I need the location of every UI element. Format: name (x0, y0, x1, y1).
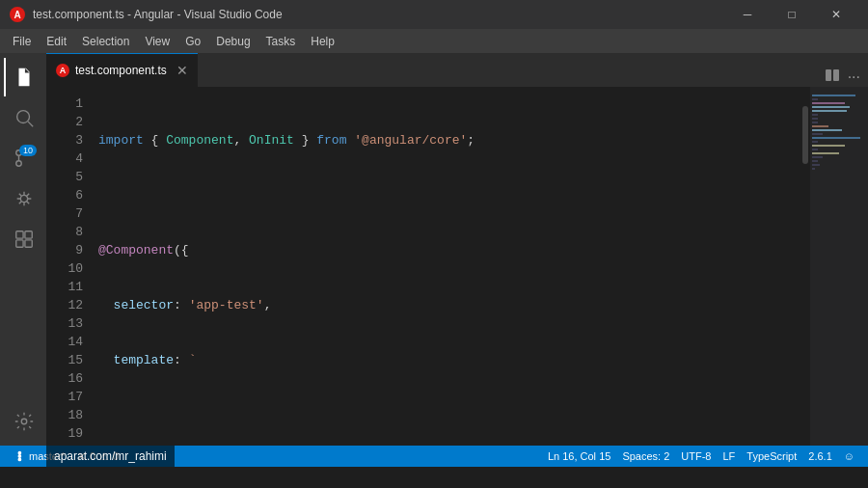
tab-label: test.component.ts (75, 64, 167, 77)
scrollbar[interactable] (797, 87, 810, 446)
minimap (810, 87, 868, 446)
activity-settings-icon[interactable] (4, 402, 42, 441)
status-spaces[interactable]: Spaces: 2 (616, 450, 675, 462)
menu-view[interactable]: View (137, 33, 177, 50)
menu-help[interactable]: Help (303, 33, 342, 50)
title-bar-left: A test.component.ts - Angular - Visual S… (10, 7, 283, 22)
activity-source-control-icon[interactable]: 10 (4, 139, 42, 177)
eol-text: LF (722, 450, 735, 462)
close-button[interactable]: ✕ (814, 0, 858, 29)
status-right: Ln 16, Col 15 Spaces: 2 UTF-8 LF TypeScr… (542, 450, 860, 462)
split-editor-button[interactable] (825, 68, 840, 87)
activity-files-icon[interactable] (4, 58, 42, 96)
svg-line-2 (28, 122, 33, 126)
activity-bar-bottom (4, 402, 42, 446)
app-icon: A (10, 7, 25, 22)
tab-close-button[interactable]: ✕ (176, 63, 188, 78)
svg-point-11 (21, 419, 27, 424)
svg-rect-13 (833, 69, 839, 81)
line-numbers: 1 2 3 4 5 6 7 8 9 10 11 12 13 14 15 16 1… (46, 87, 95, 446)
maximize-button[interactable]: □ (770, 0, 814, 29)
title-bar-controls: ─ □ ✕ (725, 0, 858, 29)
svg-point-6 (20, 195, 27, 202)
activity-debug-icon[interactable] (4, 179, 42, 218)
tab-test-component[interactable]: A test.component.ts ✕ (46, 53, 198, 87)
menu-debug[interactable]: Debug (208, 33, 258, 50)
title-bar: A test.component.ts - Angular - Visual S… (0, 0, 868, 29)
menu-tasks[interactable]: Tasks (258, 33, 304, 50)
status-smiley[interactable]: ☺ (838, 450, 860, 462)
svg-rect-9 (16, 240, 23, 247)
editor-area: A test.component.ts ✕ ··· 1 2 3 (46, 53, 868, 446)
status-eol[interactable]: LF (717, 450, 741, 462)
menu-bar: File Edit Selection View Go Debug Tasks … (0, 29, 868, 53)
tab-file-icon: A (56, 64, 69, 77)
watermark: aparat.com/mr_rahimi (46, 446, 175, 467)
minimize-button[interactable]: ─ (725, 0, 770, 29)
activity-bar: 10 (0, 53, 46, 446)
spaces-text: Spaces: 2 (622, 450, 669, 462)
status-position[interactable]: Ln 16, Col 15 (542, 450, 616, 462)
position-text: Ln 16, Col 15 (548, 450, 610, 462)
encoding-text: UTF-8 (681, 450, 711, 462)
code-line-5: template: ` (95, 351, 797, 369)
code-line-2 (95, 186, 797, 204)
status-language[interactable]: TypeScript (741, 450, 802, 462)
status-ts-version[interactable]: 2.6.1 (802, 450, 837, 462)
code-editor[interactable]: 1 2 3 4 5 6 7 8 9 10 11 12 13 14 15 16 1… (46, 87, 868, 446)
menu-selection[interactable]: Selection (74, 33, 137, 50)
svg-rect-12 (826, 69, 831, 81)
svg-point-1 (17, 111, 30, 123)
activity-extensions-icon[interactable] (4, 220, 42, 258)
code-line-1: import { Component, OnInit } from '@angu… (95, 131, 797, 149)
svg-point-3 (16, 161, 22, 167)
scrollbar-thumb[interactable] (802, 106, 808, 164)
code-line-3: @Component({ (95, 241, 797, 259)
smiley-icon: ☺ (844, 450, 854, 462)
tab-actions: ··· (817, 68, 868, 87)
code-line-6 (95, 406, 797, 424)
language-text: TypeScript (746, 450, 797, 462)
menu-edit[interactable]: Edit (39, 33, 74, 50)
main-layout: 10 (0, 53, 868, 446)
svg-rect-10 (25, 240, 32, 247)
source-control-badge: 10 (19, 145, 37, 156)
more-actions-button[interactable]: ··· (848, 68, 860, 86)
menu-go[interactable]: Go (177, 33, 208, 50)
status-encoding[interactable]: UTF-8 (675, 450, 717, 462)
tab-bar: A test.component.ts ✕ ··· (46, 53, 868, 87)
window-title: test.component.ts - Angular - Visual Stu… (33, 8, 283, 21)
code-content[interactable]: import { Component, OnInit } from '@angu… (95, 87, 797, 446)
svg-rect-8 (25, 231, 32, 238)
code-line-4: selector: 'app-test', (95, 296, 797, 314)
ts-version-text: 2.6.1 (808, 450, 831, 462)
menu-file[interactable]: File (5, 33, 39, 50)
activity-search-icon[interactable] (4, 98, 42, 137)
svg-rect-7 (16, 231, 23, 238)
